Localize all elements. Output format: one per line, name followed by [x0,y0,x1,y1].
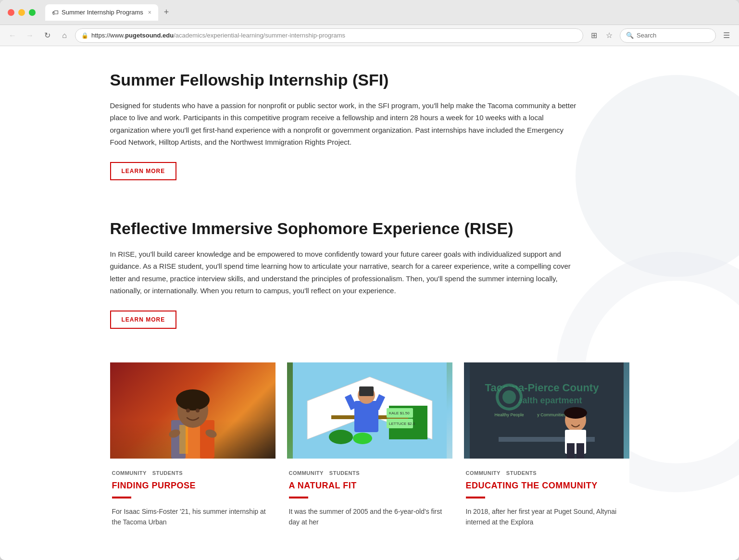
bookmark-button[interactable]: ☆ [602,29,616,42]
tab-title: Summer Internship Programs [62,9,143,16]
close-button[interactable] [8,9,14,16]
tab-close-button[interactable]: × [148,9,151,16]
tab-favicon: 🏷 [52,9,59,16]
card-tags-2: COMMUNITY STUDENTS [289,470,451,476]
maximize-button[interactable] [29,9,36,16]
url-display: https://www.pugetsound.edu/academics/exp… [91,32,345,39]
card-image-3: Tacoma-Pierce County Health epartment He… [464,362,629,459]
page-content: Summer Fellowship Internship (SFI) Desig… [0,46,739,560]
cards-grid: COMMUNITY STUDENTS FINDING PURPOSE For I… [110,362,629,535]
card-excerpt-2: It was the summer of 2005 and the 6-year… [289,506,451,528]
rise-body: In RISE, you'll build career knowledge a… [110,248,581,297]
sfi-body: Designed for students who have a passion… [110,100,581,149]
card-excerpt-1: For Isaac Sims-Foster '21, his summer in… [112,506,274,528]
back-button[interactable]: ← [6,29,19,42]
svg-rect-40 [576,443,584,459]
cards-section: COMMUNITY STUDENTS FINDING PURPOSE For I… [110,353,629,545]
card-image-1 [110,362,276,459]
card-tag-students-3: STUDENTS [506,470,537,476]
tab-bar: 🏷 Summer Internship Programs × + [45,4,173,21]
sfi-section: Summer Fellowship Internship (SFI) Desig… [110,46,629,199]
card-title-1: FINDING PURPOSE [112,481,274,491]
traffic-lights [8,9,36,16]
svg-point-32 [502,390,516,404]
svg-rect-39 [567,443,575,459]
card-tag-students-1: STUDENTS [152,470,183,476]
search-icon: 🔍 [626,32,634,39]
browser-window: 🏷 Summer Internship Programs × + ← → ↻ ⌂… [0,0,739,560]
rise-section: Reflective Immersive Sophomore Experienc… [110,199,629,353]
card-educating-community[interactable]: Tacoma-Pierce County Health epartment He… [464,362,629,535]
card-tag-students-2: STUDENTS [329,470,360,476]
card-image-2: KALE $1.50 LETTUCE $2.0 [287,362,452,459]
card-title-2: A NATURAL FIT [289,481,451,491]
security-icon: 🔒 [81,32,88,39]
firefox-menu-button[interactable]: ☰ [720,29,733,42]
svg-point-6 [176,389,210,411]
reader-view-button[interactable]: ⊞ [587,29,601,42]
svg-point-25 [329,430,353,444]
card-tag-community-3: COMMUNITY [466,470,501,476]
url-path: /academics/experiential-learning/summer-… [174,32,345,39]
rise-learn-more-button[interactable]: LEARN MORE [110,311,177,329]
svg-rect-4 [179,425,188,454]
svg-rect-3 [200,420,214,459]
home-button[interactable]: ⌂ [58,29,71,42]
svg-text:y Communities: y Communities [537,412,566,417]
svg-point-26 [353,433,372,444]
card-underline-2 [289,497,308,498]
svg-text:LETTUCE $2.0: LETTUCE $2.0 [389,422,415,426]
address-bar[interactable]: 🔒 https://www.pugetsound.edu/academics/e… [75,28,583,43]
svg-rect-27 [470,362,624,459]
active-tab[interactable]: 🏷 Summer Internship Programs × [45,4,158,21]
forward-button[interactable]: → [23,29,37,42]
card-tag-community-2: COMMUNITY [289,470,324,476]
card-natural-fit[interactable]: KALE $1.50 LETTUCE $2.0 [287,362,452,535]
card-tags-3: COMMUNITY STUDENTS [466,470,627,476]
card-tag-community-1: COMMUNITY [112,470,147,476]
minimize-button[interactable] [18,9,25,16]
card-body-2: COMMUNITY STUDENTS A NATURAL FIT It was … [287,459,452,535]
svg-point-7 [186,409,190,412]
svg-rect-20 [359,386,374,396]
svg-text:KALE $1.50: KALE $1.50 [389,411,410,415]
card-body-1: COMMUNITY STUDENTS FINDING PURPOSE For I… [110,459,276,535]
rise-title: Reflective Immersive Sophomore Experienc… [110,219,629,238]
sfi-title: Summer Fellowship Internship (SFI) [110,70,629,90]
card-excerpt-3: In 2018, after her first year at Puget S… [466,506,627,528]
nav-extras: ⊞ ☆ [587,29,616,42]
card-title-3: EDUCATING THE COMMUNITY [466,481,627,491]
svg-point-8 [196,409,200,412]
card-underline-1 [112,497,131,498]
svg-text:Healthy People: Healthy People [494,412,524,417]
sfi-learn-more-button[interactable]: LEARN MORE [110,162,177,180]
svg-point-37 [564,407,587,419]
card-underline-3 [466,497,485,498]
card-tags-1: COMMUNITY STUDENTS [112,470,274,476]
nav-bar: ← → ↻ ⌂ 🔒 https://www.pugetsound.edu/aca… [0,25,739,46]
title-bar: 🏷 Summer Internship Programs × + [0,0,739,25]
search-label: Search [637,32,656,39]
search-bar[interactable]: 🔍 Search [620,28,716,43]
card-finding-purpose[interactable]: COMMUNITY STUDENTS FINDING PURPOSE For I… [110,362,276,535]
refresh-button[interactable]: ↻ [40,29,54,42]
card-body-3: COMMUNITY STUDENTS EDUCATING THE COMMUNI… [464,459,629,535]
new-tab-button[interactable]: + [160,7,173,17]
url-domain: https://www.pugetsound.edu [91,32,174,39]
